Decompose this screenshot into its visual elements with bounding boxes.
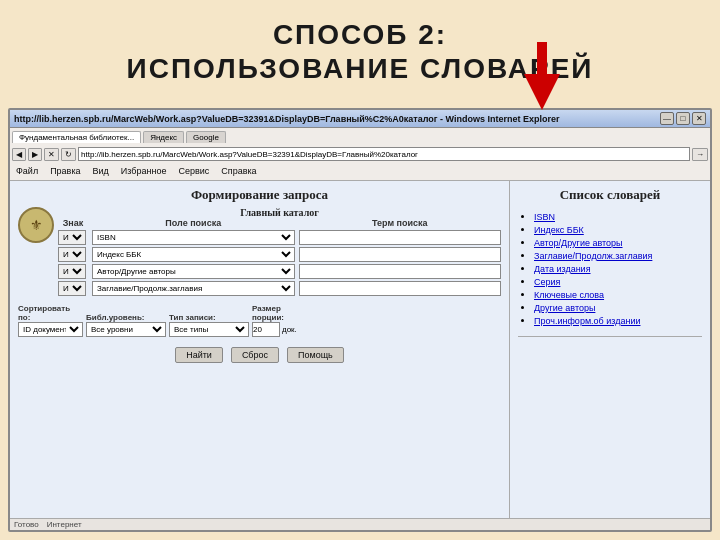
size-label: Размер порции: — [252, 304, 307, 322]
dict-link-series[interactable]: Серия — [534, 277, 560, 287]
tab-row: Фундаментальная библиотек... Яндекс Goog… — [12, 129, 708, 145]
refresh-button[interactable]: ↻ — [61, 148, 76, 161]
size-input[interactable] — [252, 322, 280, 337]
menu-edit[interactable]: Правка — [48, 166, 82, 176]
forward-button[interactable]: ▶ — [28, 148, 42, 161]
dict-list-title: Список словарей — [518, 187, 702, 203]
tab-google[interactable]: Google — [186, 131, 226, 143]
type-select[interactable]: Все типы — [169, 322, 249, 337]
list-item: Серия — [534, 276, 702, 287]
dict-link-author[interactable]: Автор/Другие авторы — [534, 238, 623, 248]
menu-view[interactable]: Вид — [91, 166, 111, 176]
menu-service[interactable]: Сервис — [176, 166, 211, 176]
menu-favorites[interactable]: Избранное — [119, 166, 169, 176]
size-unit: док. — [282, 325, 297, 334]
browser-titlebar: http://lib.herzen.spb.ru/MarcWeb/Work.as… — [10, 110, 710, 128]
sort-select[interactable]: ID документа — [18, 322, 83, 337]
dict-link-date[interactable]: Дата издания — [534, 264, 591, 274]
sort-section: Сортировать по: ID документа — [18, 304, 83, 337]
close-button[interactable]: ✕ — [692, 112, 706, 125]
field-select-3[interactable]: Автор/Другие авторы — [92, 264, 295, 279]
minimize-button[interactable]: — — [660, 112, 674, 125]
browser-window: http://lib.herzen.spb.ru/MarcWeb/Work.as… — [8, 108, 712, 532]
menu-file[interactable]: Файл — [14, 166, 40, 176]
browser-toolbar: Фундаментальная библиотек... Яндекс Goog… — [10, 128, 710, 181]
field-select-1[interactable]: ISBN — [92, 230, 295, 245]
dict-link-other-info[interactable]: Проч.информ.об издании — [534, 316, 640, 326]
sort-label: Сортировать по: — [18, 304, 83, 322]
type-section: Тип записи: Все типы — [169, 313, 249, 337]
address-bar[interactable] — [78, 147, 690, 161]
list-item: Дата издания — [534, 263, 702, 274]
nav-row: ◀ ▶ ✕ ↻ → — [12, 146, 708, 162]
library-logo: ⚜ — [18, 207, 54, 243]
red-arrow — [524, 78, 560, 110]
term-input-2[interactable] — [299, 247, 502, 262]
dict-link-other-authors[interactable]: Другие авторы — [534, 303, 595, 313]
term-input-4[interactable] — [299, 281, 502, 296]
list-item: ISBN — [534, 211, 702, 222]
logic-select-1[interactable]: И — [58, 230, 86, 245]
dict-link-isbn[interactable]: ISBN — [534, 212, 555, 222]
type-label: Тип записи: — [169, 313, 249, 322]
go-button[interactable]: → — [692, 148, 708, 161]
reset-button[interactable]: Сброс — [231, 347, 279, 363]
level-section: Библ.уровень: Все уровни — [86, 313, 166, 337]
term-input-3[interactable] — [299, 264, 502, 279]
term-input-1[interactable] — [299, 230, 502, 245]
left-panel: Формирование запроса ⚜ Главный каталог З… — [10, 181, 510, 518]
menu-bar: Файл Правка Вид Избранное Сервис Справка — [12, 163, 708, 179]
main-heading: СПОСОБ 2: ИСПОЛЬЗОВАНИЕ СЛОВАРЕЙ — [0, 0, 720, 95]
browser-content: Формирование запроса ⚜ Главный каталог З… — [10, 181, 710, 518]
field-select-2[interactable]: Индекс ББК — [92, 247, 295, 262]
logic-select-2[interactable]: И — [58, 247, 86, 262]
field-select-4[interactable]: Заглавие/Продолж.заглавия — [92, 281, 295, 296]
list-item: Проч.информ.об издании — [534, 315, 702, 326]
back-button[interactable]: ◀ — [12, 148, 26, 161]
dict-link-bbk[interactable]: Индекс ББК — [534, 225, 584, 235]
list-item: Индекс ББК — [534, 224, 702, 235]
status-bar: Готово Интернет — [10, 518, 710, 530]
logic-select-4[interactable]: И — [58, 281, 86, 296]
logic-select-3[interactable]: И — [58, 264, 86, 279]
divider — [518, 336, 702, 337]
level-label: Библ.уровень: — [86, 313, 166, 322]
zone-text: Интернет — [47, 520, 82, 529]
logo-area: ⚜ — [18, 207, 54, 243]
list-item: Автор/Другие авторы — [534, 237, 702, 248]
form-main-area: ⚜ Главный каталог Знак Поле поиска Терм … — [18, 207, 501, 296]
stop-button[interactable]: ✕ — [44, 148, 59, 161]
search-button[interactable]: Найти — [175, 347, 223, 363]
list-item: Ключевые слова — [534, 289, 702, 300]
right-panel: Список словарей ISBN Индекс ББК Автор/Др… — [510, 181, 710, 518]
dict-link-title[interactable]: Заглавие/Продолж.заглавия — [534, 251, 652, 261]
form-title: Формирование запроса — [18, 187, 501, 203]
help-button[interactable]: Помощь — [287, 347, 344, 363]
form-subtitle: Главный каталог — [58, 207, 501, 218]
tab-library[interactable]: Фундаментальная библиотек... — [12, 131, 141, 143]
dict-link-keywords[interactable]: Ключевые слова — [534, 290, 604, 300]
bottom-controls: Сортировать по: ID документа Библ.уровен… — [18, 304, 501, 337]
dictionary-list: ISBN Индекс ББК Автор/Другие авторы Загл… — [518, 211, 702, 326]
header-field: Поле поиска — [92, 218, 295, 228]
list-item: Другие авторы — [534, 302, 702, 313]
header-sign: Знак — [58, 218, 88, 228]
tab-yandex[interactable]: Яндекс — [143, 131, 184, 143]
size-section: Размер порции: док. — [252, 304, 307, 337]
level-select[interactable]: Все уровни — [86, 322, 166, 337]
heading-line1: СПОСОБ 2: — [20, 18, 700, 52]
heading-line2: ИСПОЛЬЗОВАНИЕ СЛОВАРЕЙ — [20, 52, 700, 86]
header-term: Терм поиска — [299, 218, 502, 228]
form-grid: Знак Поле поиска Терм поиска И ISBN И Ин… — [58, 218, 501, 296]
action-buttons: Найти Сброс Помощь — [18, 347, 501, 363]
maximize-button[interactable]: □ — [676, 112, 690, 125]
window-controls: — □ ✕ — [660, 112, 706, 125]
menu-help[interactable]: Справка — [219, 166, 258, 176]
list-item: Заглавие/Продолж.заглавия — [534, 250, 702, 261]
status-text: Готово — [14, 520, 39, 529]
browser-title: http://lib.herzen.spb.ru/MarcWeb/Work.as… — [14, 114, 660, 124]
